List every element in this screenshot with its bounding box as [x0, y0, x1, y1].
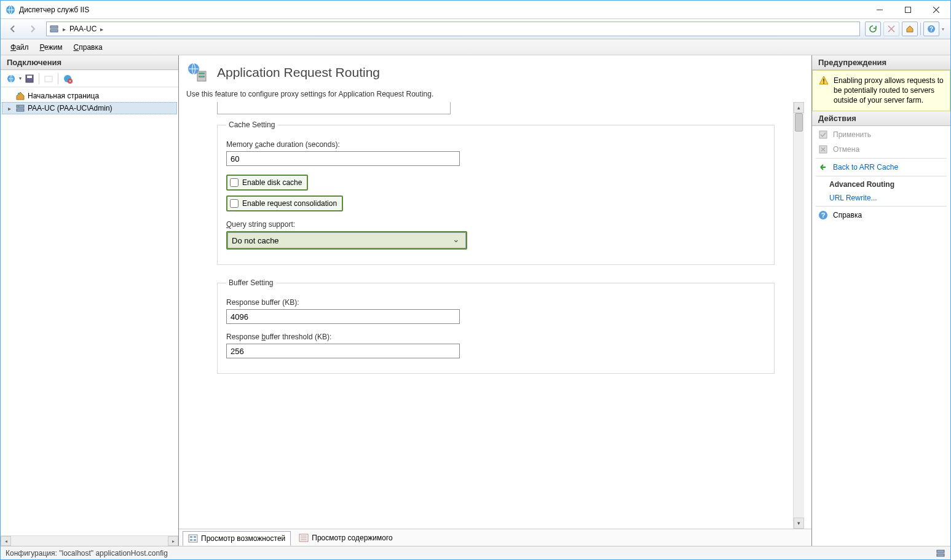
tree-server[interactable]: ▸ PAA-UC (PAA-UC\Admin) [2, 102, 177, 114]
response-buffer-threshold-label: Response buffer threshold (KB): [226, 333, 765, 341]
url-rewrite-link[interactable]: URL Rewrite... [812, 191, 950, 205]
tree-label: Начальная страница [28, 92, 99, 100]
cancel-icon [818, 144, 828, 154]
actions-pane: Предупреждения Enabling proxy allows req… [811, 55, 950, 546]
cancel-action: Отмена [812, 142, 950, 157]
memory-cache-label: Memory cache duration (seconds): [226, 140, 765, 149]
warning-icon [819, 76, 829, 85]
svg-text:?: ? [929, 26, 933, 33]
cache-legend: Cache Setting [226, 120, 277, 129]
nav-back-button[interactable] [4, 21, 22, 37]
menu-file[interactable]: Файл [6, 41, 34, 53]
connections-tree[interactable]: Начальная страница ▸ PAA-UC (PAA-UC\Admi… [1, 87, 178, 535]
memory-cache-input[interactable] [226, 151, 460, 166]
tree-start-page[interactable]: Начальная страница [2, 90, 177, 102]
tab-content-view[interactable]: Просмотр содержимого [293, 530, 398, 545]
query-string-select[interactable]: Do not cache [227, 232, 466, 248]
chevron-right-icon: ▸ [100, 26, 103, 33]
back-arrow-icon [818, 162, 828, 172]
connections-toolbar: ▾ [1, 70, 178, 87]
content-icon [299, 533, 309, 543]
svg-rect-44 [937, 550, 944, 553]
svg-point-22 [18, 106, 19, 107]
page-description: Use this feature to configure proxy sett… [186, 90, 804, 98]
truncated-field [217, 102, 451, 114]
address-bar: ▸ PAA-UC ▸ ? ▾ [1, 19, 950, 39]
home-button[interactable] [902, 22, 918, 36]
help-icon: ? [818, 210, 828, 220]
page-title: Application Request Routing [217, 65, 380, 80]
status-bar: Конфигурация: "localhost" applicationHos… [1, 546, 950, 559]
delete-connection-button[interactable] [61, 72, 74, 85]
tree-label: PAA-UC (PAA-UC\Admin) [28, 104, 112, 112]
svg-rect-14 [45, 76, 52, 82]
menu-bar: Файл Режим Справка [1, 39, 950, 55]
status-text: Конфигурация: "localhost" applicationHos… [6, 549, 168, 558]
svg-rect-38 [819, 131, 827, 138]
tab-label: Просмотр возможностей [201, 534, 285, 543]
svg-text:?: ? [821, 211, 826, 219]
address-box[interactable]: ▸ PAA-UC ▸ [46, 22, 860, 36]
query-string-label: Query string support: [226, 220, 765, 229]
enable-disk-cache-checkbox[interactable]: Enable disk cache [226, 175, 308, 191]
server-icon [15, 103, 25, 113]
svg-rect-5 [50, 26, 58, 28]
actions-header: Действия [812, 111, 950, 126]
enable-request-consolidation-checkbox[interactable]: Enable request consolidation [226, 195, 343, 211]
refresh-button[interactable] [865, 22, 881, 36]
svg-rect-28 [190, 536, 192, 538]
nav-forward-button[interactable] [24, 21, 41, 37]
titlebar: Диспетчер служб IIS [1, 1, 950, 19]
svg-rect-21 [17, 109, 24, 111]
svg-rect-6 [50, 30, 58, 32]
svg-rect-13 [27, 76, 32, 78]
back-to-arr-cache-link[interactable]: Back to ARR Cache [812, 160, 950, 175]
svg-rect-2 [906, 7, 911, 12]
connect-button[interactable] [4, 72, 18, 85]
tab-label: Просмотр содержимого [312, 534, 392, 542]
cache-setting-group: Cache Setting Memory cache duration (sec… [217, 120, 775, 265]
svg-rect-20 [17, 105, 24, 108]
response-buffer-label: Response buffer (KB): [226, 298, 765, 307]
menu-mode[interactable]: Режим [35, 41, 68, 53]
iis-icon [6, 5, 15, 15]
warning-text: Enabling proxy allows requests to be pot… [834, 76, 944, 106]
apply-icon [818, 130, 828, 140]
horizontal-scrollbar[interactable]: ◂▸ [1, 535, 178, 546]
svg-rect-26 [199, 76, 205, 77]
connections-pane: Подключения ▾ Начальная страница ▸ [1, 55, 179, 546]
server-icon [49, 24, 59, 34]
svg-rect-25 [199, 73, 205, 74]
svg-rect-27 [189, 535, 197, 542]
apply-action: Применить [812, 127, 950, 142]
connections-header: Подключения [1, 55, 178, 70]
close-button[interactable] [922, 1, 950, 18]
minimize-button[interactable] [866, 1, 894, 18]
content-tabs: Просмотр возможностей Просмотр содержимо… [179, 529, 811, 546]
buffer-setting-group: Buffer Setting Response buffer (KB): Res… [217, 278, 775, 374]
help-action[interactable]: ? Справка [812, 208, 950, 223]
svg-rect-29 [194, 536, 196, 538]
svg-point-37 [823, 82, 824, 84]
svg-rect-31 [194, 539, 196, 541]
home-icon [15, 91, 25, 101]
expand-icon[interactable]: ▸ [6, 105, 13, 112]
menu-help[interactable]: Справка [69, 41, 108, 53]
save-button[interactable] [23, 72, 36, 85]
settings-form: Cache Setting Memory cache duration (sec… [186, 102, 793, 529]
response-buffer-input[interactable] [226, 309, 460, 324]
address-node: PAA-UC [69, 25, 97, 33]
vertical-scrollbar[interactable]: ▴ ▾ [793, 102, 804, 529]
help-button[interactable]: ? [923, 22, 939, 36]
stop-button[interactable] [883, 22, 899, 36]
svg-rect-30 [190, 539, 192, 541]
chevron-right-icon: ▸ [63, 26, 66, 33]
svg-rect-19 [18, 93, 20, 95]
svg-rect-45 [937, 554, 944, 556]
buffer-legend: Buffer Setting [226, 278, 276, 287]
maximize-button[interactable] [894, 1, 922, 18]
response-buffer-threshold-input[interactable] [226, 344, 460, 358]
tab-features-view[interactable]: Просмотр возможностей [183, 531, 291, 546]
config-icon [936, 548, 945, 558]
features-icon [188, 534, 198, 543]
